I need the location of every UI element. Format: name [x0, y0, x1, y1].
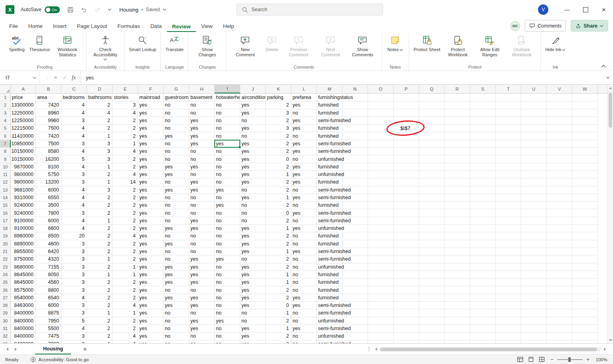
cell-U17[interactable]	[521, 217, 547, 225]
cell-T17[interactable]	[496, 217, 521, 225]
cell-J29[interactable]: no	[240, 309, 266, 317]
cell-L30[interactable]: no	[291, 317, 317, 325]
cell-B9[interactable]: 16200	[36, 155, 61, 163]
cell-K28[interactable]: 0	[266, 302, 291, 309]
cell-S15[interactable]	[470, 202, 496, 209]
cell-O4[interactable]	[368, 117, 394, 125]
cell-U13[interactable]	[521, 186, 547, 194]
cell-L24[interactable]: no	[291, 271, 317, 279]
cell-I23[interactable]: no	[215, 263, 240, 271]
cell-E8[interactable]: 4	[113, 148, 138, 155]
cell-Q9[interactable]	[419, 155, 445, 163]
cell-L4[interactable]: yes	[291, 117, 317, 125]
cell-U32[interactable]	[521, 332, 547, 340]
column-header-L[interactable]: L	[291, 85, 317, 93]
cell-M30[interactable]: unfurnished	[317, 317, 342, 325]
cell-J22[interactable]: no	[240, 255, 266, 263]
cell-U9[interactable]	[521, 155, 547, 163]
cell-L1[interactable]: prefarea	[291, 94, 317, 101]
cell-W33[interactable]	[572, 340, 598, 344]
cell-W7[interactable]	[572, 140, 598, 148]
cell-D21[interactable]: 2	[87, 248, 113, 255]
cell-B3[interactable]: 8960	[36, 109, 61, 117]
cell-M21[interactable]: semi-furnished	[317, 248, 342, 255]
cell-O22[interactable]	[368, 255, 394, 263]
cell-H23[interactable]: yes	[189, 263, 215, 271]
row-header-12[interactable]: 12	[0, 178, 11, 186]
cell-G28[interactable]: yes	[164, 302, 189, 309]
cell-E15[interactable]: 2	[113, 202, 138, 209]
cell-R25[interactable]	[445, 279, 470, 286]
cell-R22[interactable]	[445, 255, 470, 263]
cell-U11[interactable]	[521, 171, 547, 178]
column-header-R[interactable]: R	[445, 85, 470, 93]
cell-E33[interactable]: 4	[113, 340, 138, 344]
cell-R23[interactable]	[445, 263, 470, 271]
cell-I13[interactable]: yes	[215, 186, 240, 194]
cell-M9[interactable]: unfurnished	[317, 155, 342, 163]
cell-V3[interactable]	[547, 109, 572, 117]
cell-T33[interactable]	[496, 340, 521, 344]
cell-S25[interactable]	[470, 279, 496, 286]
zoom-in-button[interactable]: +	[586, 356, 589, 362]
cell-M32[interactable]: unfurnished	[317, 332, 342, 340]
previous-comment-button[interactable]: Previous Comment	[283, 33, 314, 59]
cell-L19[interactable]: no	[291, 232, 317, 240]
cell-M13[interactable]: semi-furnished	[317, 186, 342, 194]
cell-M16[interactable]: semi-furnished	[317, 209, 342, 217]
cell-S23[interactable]	[470, 263, 496, 271]
cell-H31[interactable]: yes	[189, 325, 215, 332]
cell-I21[interactable]: no	[215, 248, 240, 255]
cell-D9[interactable]: 3	[87, 155, 113, 163]
cell-C11[interactable]: 3	[61, 171, 87, 178]
cell-T15[interactable]	[496, 202, 521, 209]
cell-U15[interactable]	[521, 202, 547, 209]
cell-M29[interactable]: semi-furnished	[317, 309, 342, 317]
cell-J3[interactable]: yes	[240, 109, 266, 117]
column-header-A[interactable]: A	[11, 85, 36, 93]
cell-S20[interactable]	[470, 240, 496, 248]
cell-F1[interactable]: mainroad	[138, 94, 164, 101]
cell-J33[interactable]: yes	[240, 340, 266, 344]
cell-P27[interactable]	[394, 294, 419, 302]
cell-O12[interactable]	[368, 178, 394, 186]
cell-G4[interactable]: no	[164, 117, 189, 125]
cell-F29[interactable]: yes	[138, 309, 164, 317]
cell-R17[interactable]	[445, 217, 470, 225]
cell-V15[interactable]	[547, 202, 572, 209]
autosave-toggle[interactable]: On	[45, 6, 60, 13]
cell-N30[interactable]	[342, 317, 368, 325]
cell-S27[interactable]	[470, 294, 496, 302]
row-header-8[interactable]: 8	[0, 148, 11, 155]
cell-M20[interactable]: furnished	[317, 240, 342, 248]
cell-B28[interactable]: 6000	[36, 302, 61, 309]
cell-Q31[interactable]	[419, 325, 445, 332]
cell-I27[interactable]: no	[215, 294, 240, 302]
cell-D18[interactable]: 2	[87, 225, 113, 232]
cell-F23[interactable]: yes	[138, 263, 164, 271]
cell-Q11[interactable]	[419, 171, 445, 178]
cell-W13[interactable]	[572, 186, 598, 194]
cell-O30[interactable]	[368, 317, 394, 325]
row-header-21[interactable]: 21	[0, 248, 11, 255]
cell-Q29[interactable]	[419, 309, 445, 317]
row-header-17[interactable]: 17	[0, 217, 11, 225]
cell-G13[interactable]: yes	[164, 186, 189, 194]
cell-R3[interactable]	[445, 109, 470, 117]
cell-H2[interactable]: no	[189, 101, 215, 109]
cell-O9[interactable]	[368, 155, 394, 163]
cell-R10[interactable]	[445, 163, 470, 171]
cell-I11[interactable]: no	[215, 171, 240, 178]
cell-J25[interactable]: yes	[240, 279, 266, 286]
cell-A13[interactable]: 9681000	[11, 186, 36, 194]
cell-U7[interactable]	[521, 140, 547, 148]
cell-V10[interactable]	[547, 163, 572, 171]
cell-V9[interactable]	[547, 155, 572, 163]
cell-D13[interactable]: 3	[87, 186, 113, 194]
cell-F9[interactable]: yes	[138, 155, 164, 163]
formula-input[interactable]: yes	[81, 71, 606, 84]
cell-E25[interactable]: 2	[113, 279, 138, 286]
tab-review[interactable]: Review	[167, 21, 196, 32]
cell-H21[interactable]: no	[189, 248, 215, 255]
cell-I16[interactable]: no	[215, 209, 240, 217]
